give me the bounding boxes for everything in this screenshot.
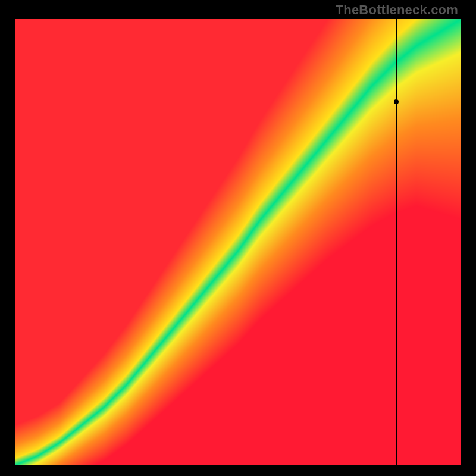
- heatmap-plot: [15, 19, 461, 465]
- watermark-label: TheBottleneck.com: [336, 2, 458, 18]
- figure-container: TheBottleneck.com: [0, 0, 476, 476]
- heatmap-canvas: [15, 19, 461, 465]
